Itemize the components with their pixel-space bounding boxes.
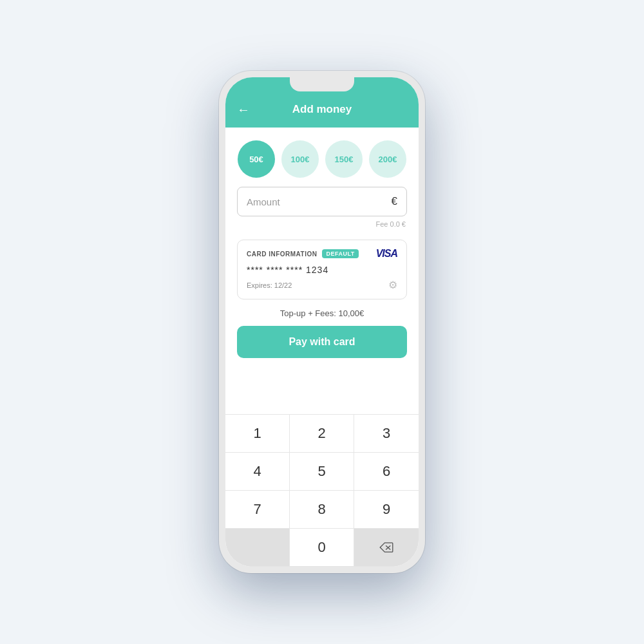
phone-screen: ← Add money 50€ 100€ 150€ 200€ Amount € … <box>225 77 419 567</box>
key-backspace[interactable] <box>354 529 419 567</box>
key-1[interactable]: 1 <box>225 415 290 453</box>
key-7[interactable]: 7 <box>225 491 290 529</box>
key-0[interactable]: 0 <box>290 529 354 567</box>
card-info-label: CARD INFORMATION <box>247 251 317 258</box>
phone-frame: ← Add money 50€ 100€ 150€ 200€ Amount € … <box>219 71 425 573</box>
fee-label: Fee 0.0 € <box>225 219 419 234</box>
topup-fees-label: Top-up + Fees: 10,00€ <box>225 308 419 318</box>
key-empty <box>225 529 290 567</box>
card-expires: Expires: 12/22 <box>247 281 292 289</box>
key-5[interactable]: 5 <box>290 453 354 491</box>
visa-logo: VISA <box>376 248 397 260</box>
amount-200[interactable]: 200€ <box>369 140 406 178</box>
back-button[interactable]: ← <box>237 102 250 117</box>
amount-input-container[interactable]: Amount € <box>237 187 407 216</box>
key-8[interactable]: 8 <box>290 491 354 529</box>
amount-presets: 50€ 100€ 150€ 200€ <box>225 128 419 187</box>
page-title: Add money <box>292 103 352 116</box>
key-9[interactable]: 9 <box>354 491 419 529</box>
backspace-icon <box>379 542 393 553</box>
gear-icon[interactable]: ⚙ <box>388 279 397 291</box>
card-label-row: CARD INFORMATION DEFAULT <box>247 249 359 258</box>
keypad: 1 2 3 4 5 6 7 8 9 0 <box>225 414 419 567</box>
card-number: **** **** **** 1234 <box>247 265 397 275</box>
key-3[interactable]: 3 <box>354 415 419 453</box>
amount-100[interactable]: 100€ <box>281 140 319 178</box>
key-6[interactable]: 6 <box>354 453 419 491</box>
main-content: 50€ 100€ 150€ 200€ Amount € Fee 0.0 € CA… <box>225 128 419 414</box>
card-header: CARD INFORMATION DEFAULT VISA <box>247 248 397 260</box>
amount-50[interactable]: 50€ <box>238 140 275 178</box>
card-info-panel: CARD INFORMATION DEFAULT VISA **** **** … <box>237 240 407 299</box>
key-4[interactable]: 4 <box>225 453 290 491</box>
keypad-grid: 1 2 3 4 5 6 7 8 9 0 <box>225 415 419 567</box>
card-footer: Expires: 12/22 ⚙ <box>247 279 397 291</box>
key-2[interactable]: 2 <box>290 415 354 453</box>
default-badge: DEFAULT <box>322 249 358 258</box>
pay-with-card-button[interactable]: Pay with card <box>237 326 407 358</box>
phone-notch <box>290 77 354 91</box>
currency-symbol: € <box>392 195 397 208</box>
amount-150[interactable]: 150€ <box>325 140 363 178</box>
amount-placeholder: Amount <box>247 196 392 207</box>
